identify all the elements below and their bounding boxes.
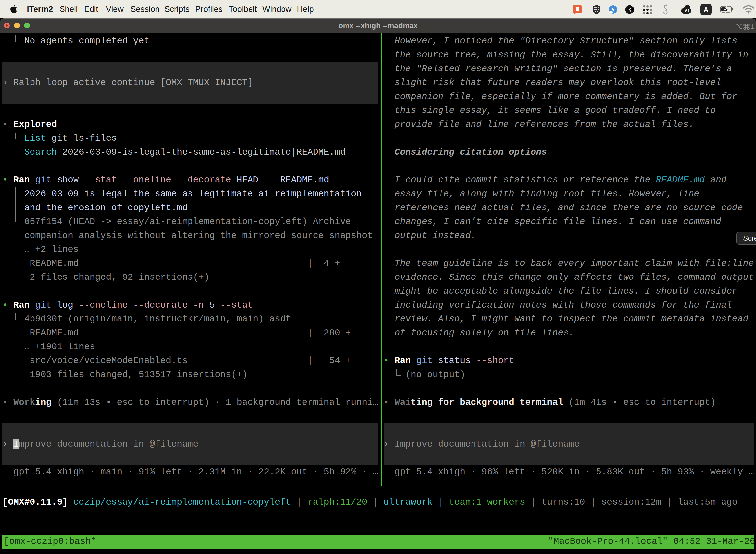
svg-text:..61: ..61 — [683, 9, 690, 13]
svg-text:A: A — [704, 6, 709, 14]
svg-text:1: 1 — [750, 23, 754, 30]
